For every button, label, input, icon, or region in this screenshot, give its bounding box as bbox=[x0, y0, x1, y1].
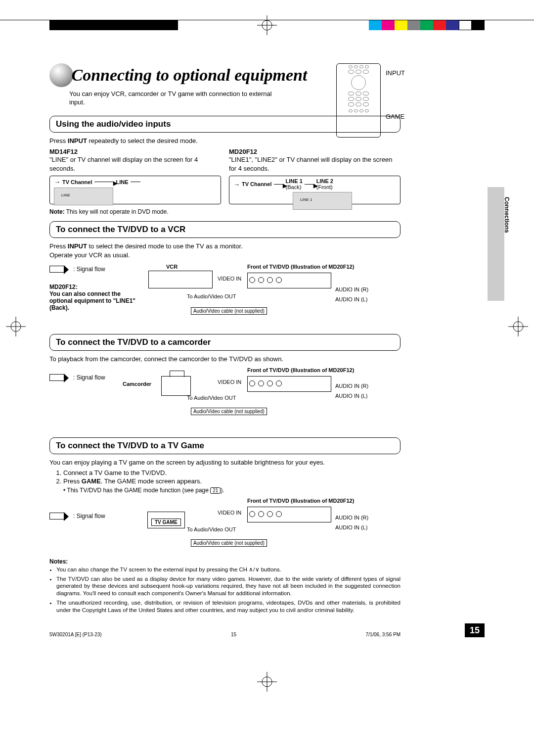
model-md20: MD20F12 bbox=[229, 148, 400, 155]
cam-diagram: : Signal flow Camcorder Front of TV/DVD … bbox=[49, 367, 400, 431]
footer-left: 5W30201A [E] (P13-23) bbox=[49, 632, 102, 637]
front-panel-icon bbox=[247, 273, 331, 288]
notes-heading: Notes: bbox=[49, 558, 400, 565]
notes-list: You can also change the TV screen to the… bbox=[49, 566, 400, 614]
registration-mark-icon bbox=[257, 672, 277, 692]
game-subnote: • This TV/DVD has the GAME mode function… bbox=[63, 487, 400, 494]
tv-screen-icon: LINE 1 bbox=[293, 192, 352, 210]
remote-label-input: INPUT bbox=[386, 69, 405, 77]
front-panel-icon bbox=[247, 507, 331, 522]
camcorder-device-icon bbox=[161, 376, 191, 396]
model-md14: MD14F12 bbox=[49, 148, 221, 155]
crop-marks-bottom bbox=[0, 672, 534, 692]
crop-marks-top bbox=[0, 20, 534, 34]
note-item: The TV/DVD can also be used as a display… bbox=[56, 575, 400, 598]
remote-illustration bbox=[336, 63, 381, 138]
cam-line1: To playback from the camcorder, connect … bbox=[49, 355, 400, 364]
footer-right: 7/1/06, 3:56 PM bbox=[365, 632, 400, 637]
footer-center: 15 bbox=[231, 632, 236, 637]
vcr-device-icon bbox=[148, 271, 213, 288]
md20-desc: "LINE1", "LINE2" or TV channel will disp… bbox=[229, 155, 400, 173]
tv-screen-icon: LINE bbox=[54, 188, 113, 205]
page-title-row: Connecting to optional equipment bbox=[49, 63, 485, 87]
md14-cycle: TV Channel ▶ LINE LINE bbox=[49, 176, 221, 204]
side-tab-label: Connections bbox=[503, 197, 510, 233]
color-swatches bbox=[369, 20, 485, 30]
vcr-line2: Operate your VCR as usual. bbox=[49, 251, 400, 260]
section-heading-game: To connect the TV/DVD to a TV Game bbox=[49, 437, 400, 454]
page-number: 15 bbox=[465, 623, 485, 637]
page-title: Connecting to optional equipment bbox=[71, 66, 307, 85]
side-tab-block bbox=[488, 187, 504, 301]
registration-mark-icon bbox=[257, 15, 277, 35]
md14-desc: "LINE" or TV channel will display on the… bbox=[49, 155, 221, 173]
footer: 5W30201A [E] (P13-23) 15 7/1/06, 3:56 PM bbox=[49, 632, 400, 637]
remote-label-game: GAME bbox=[386, 113, 404, 120]
game-diagram: : Signal flow Front of TV/DVD (Illustrat… bbox=[49, 498, 400, 552]
note-item: You can also change the TV screen to the… bbox=[56, 566, 400, 573]
section-heading-camcorder: To connect the TV/DVD to a camcorder bbox=[49, 334, 400, 351]
note-item: The unauthorized recording, use, distrib… bbox=[56, 599, 400, 614]
signal-flow-arrow-icon bbox=[49, 266, 64, 273]
vcr-diagram: : Signal flow MD20F12: You can also conn… bbox=[49, 264, 400, 328]
signal-flow-arrow-icon bbox=[49, 513, 64, 520]
signal-flow-arrow-icon bbox=[49, 374, 64, 381]
intro-text: You can enjoy VCR, camcorder or TV game … bbox=[69, 90, 287, 107]
section-heading-vcr: To connect the TV/DVD to a VCR bbox=[49, 221, 400, 238]
bullet-sphere-icon bbox=[49, 63, 73, 87]
md20-cycle: TV Channel ▶ LINE 1(Back) ▶ LINE 2(Front… bbox=[229, 176, 400, 204]
game-steps: Connect a TV Game to the TV/DVD. Press G… bbox=[63, 469, 400, 485]
tvgame-label: TV GAME bbox=[151, 519, 181, 526]
game-line1: You can enjoy playing a TV game on the s… bbox=[49, 458, 400, 467]
av-instruction: Press INPUT repeatedly to select the des… bbox=[49, 137, 400, 145]
vcr-line1: Press INPUT to select the desired mode t… bbox=[49, 242, 400, 251]
front-panel-icon bbox=[247, 376, 331, 392]
